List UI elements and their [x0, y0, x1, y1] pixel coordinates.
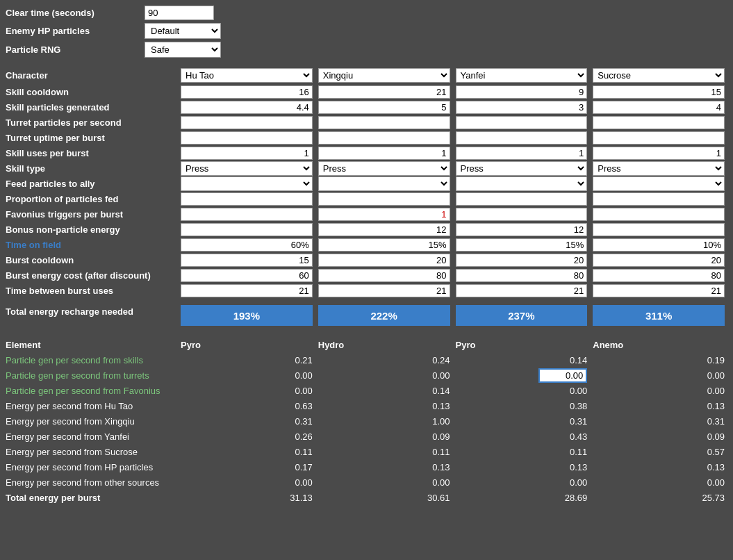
hutao-skill-uses — [181, 145, 313, 160]
favonius-label: Favonius triggers per burst — [6, 206, 178, 222]
xingqiu-time-between-input[interactable] — [318, 284, 450, 297]
hutao-skill-uses-input[interactable] — [181, 147, 313, 160]
sucrose-proportion-input[interactable] — [593, 192, 725, 206]
sucrose-skill-type-select[interactable]: PressHoldTurret — [593, 161, 725, 176]
sucrose-char-select[interactable]: Hu TaoXingqiuYanfeiSucrose — [593, 68, 725, 83]
xingqiu-skill-particles-input[interactable] — [318, 101, 450, 114]
calc-grid: Character Skill cooldown Skill particles… — [6, 66, 727, 326]
hutao-burst-cd-input[interactable] — [181, 254, 313, 267]
yanfei-burst-energy-input[interactable] — [456, 269, 588, 282]
yanfei-burst-cd-input[interactable] — [456, 254, 588, 267]
hutao-skill-particles-input[interactable] — [181, 101, 313, 114]
energy-xingqiu-row: Energy per second from Xingqiu 0.31 1.00… — [6, 413, 727, 429]
particle-rng-label: Particle RNG — [6, 44, 145, 55]
sucrose-burst-cd-input[interactable] — [593, 254, 725, 267]
particle-rng-row: Particle RNG Safe Average Unsafe — [6, 42, 727, 58]
char-col-yanfei: Hu TaoXingqiuYanfeiSucrose PressHoldTurr… — [453, 66, 591, 326]
hutao-favonius — [181, 206, 313, 222]
xingqiu-element: Hydro — [315, 337, 453, 352]
yanfei-bonus-input[interactable] — [456, 223, 588, 236]
sucrose-time-input[interactable] — [593, 238, 725, 252]
burst-energy-label: Burst energy cost (after discount) — [6, 267, 178, 283]
yanfei-time-input[interactable] — [456, 238, 588, 252]
yanfei-turret-val-input[interactable] — [538, 368, 587, 383]
sucrose-skill-particles-input[interactable] — [593, 101, 725, 114]
energy-yanfei-row: Energy per second from Yanfei 0.26 0.09 … — [6, 429, 727, 444]
sucrose-turret-uptime-input[interactable] — [593, 131, 725, 145]
total-energy-label: Total energy recharge needed — [6, 304, 178, 319]
skill-cooldown-label: Skill cooldown — [6, 84, 178, 99]
xingqiu-favonius-input[interactable] — [318, 208, 450, 221]
xingqiu-char-select[interactable]: Hu TaoXingqiuYanfeiSucrose — [318, 68, 450, 83]
particle-turrets-row: Particle gen per second from turrets 0.0… — [6, 368, 727, 383]
enemy-hp-select[interactable]: Default Low High — [145, 23, 221, 39]
burst-cooldown-label: Burst cooldown — [6, 252, 178, 267]
energy-hutao-row: Energy per second from Hu Tao 0.63 0.13 … — [6, 398, 727, 413]
xingqiu-turret-particles-input[interactable] — [318, 116, 450, 129]
sucrose-burst-energy-input[interactable] — [593, 269, 725, 282]
hutao-time-between — [181, 283, 313, 298]
xingqiu-turret-uptime-input[interactable] — [318, 131, 450, 145]
sucrose-skill-uses-input[interactable] — [593, 147, 725, 160]
particle-rng-select[interactable]: Safe Average Unsafe — [145, 42, 221, 58]
hutao-total-energy: 193% — [181, 305, 313, 326]
sucrose-turret-particles-input[interactable] — [593, 116, 725, 129]
yanfei-feed-select[interactable]: Hu TaoXingqiuYanfeiSucrose — [456, 176, 588, 191]
yanfei-skill-type-select[interactable]: PressHoldTurret — [456, 161, 588, 176]
sucrose-feed-select[interactable]: Hu TaoXingqiuYanfeiSucrose — [593, 176, 725, 191]
energy-sucrose-row: Energy per second from Sucrose 0.11 0.11… — [6, 444, 727, 459]
xingqiu-burst-energy-input[interactable] — [318, 269, 450, 282]
sucrose-time-between-input[interactable] — [593, 284, 725, 297]
hutao-char-select[interactable]: Hu TaoXingqiuYanfeiSucrose — [181, 68, 313, 83]
hutao-turret-uptime-input[interactable] — [181, 131, 313, 145]
hutao-feed-select[interactable]: Hu TaoXingqiuYanfeiSucrose — [181, 176, 313, 191]
sucrose-favonius-input[interactable] — [593, 208, 725, 221]
yanfei-proportion-input[interactable] — [456, 192, 588, 206]
hutao-burst-cd — [181, 252, 313, 267]
hutao-time-between-input[interactable] — [181, 284, 313, 297]
xingqiu-time-input[interactable] — [318, 238, 450, 252]
yanfei-element: Pyro — [453, 337, 591, 352]
xingqiu-skill-uses-input[interactable] — [318, 147, 450, 160]
bonus-energy-label: Bonus non-particle energy — [6, 222, 178, 237]
yanfei-skill-cd-input[interactable] — [456, 85, 588, 99]
yanfei-favonius-input[interactable] — [456, 208, 588, 221]
hutao-turret-particles — [181, 115, 313, 130]
yanfei-char-select[interactable]: Hu TaoXingqiuYanfeiSucrose — [456, 68, 588, 83]
xingqiu-skill-cd-input[interactable] — [318, 85, 450, 99]
hutao-skill-cd-input[interactable] — [181, 85, 313, 99]
yanfei-time-between-input[interactable] — [456, 284, 588, 297]
yanfei-skill-particles-input[interactable] — [456, 101, 588, 114]
sucrose-total-energy: 311% — [593, 305, 725, 326]
hutao-element: Pyro — [178, 337, 315, 352]
turret-uptime-label: Turret uptime per burst — [6, 130, 178, 145]
xingqiu-total-energy: 222% — [318, 305, 450, 326]
yanfei-skill-uses-input[interactable] — [456, 147, 588, 160]
energy-hp-row: Energy per second from HP particles 0.17… — [6, 459, 727, 475]
yanfei-turret-particles-input[interactable] — [456, 116, 588, 129]
xingqiu-skill-type-select[interactable]: PressHoldTurret — [318, 161, 450, 176]
hutao-skill-type-select[interactable]: PressHoldTurret — [181, 161, 313, 176]
hutao-turret-particles-input[interactable] — [181, 116, 313, 129]
sucrose-bonus-input[interactable] — [593, 223, 725, 236]
skill-particles-label: Skill particles generated — [6, 99, 178, 115]
hutao-skill-type: PressHoldTurret — [181, 160, 313, 176]
character-label: Character — [6, 66, 178, 84]
hutao-time-input[interactable] — [181, 238, 313, 252]
clear-time-row: Clear time (seconds) — [6, 6, 727, 20]
clear-time-input[interactable] — [145, 6, 214, 20]
hutao-bonus-input[interactable] — [181, 223, 313, 236]
skill-type-label: Skill type — [6, 160, 178, 176]
element-row: Element Pyro Hydro Pyro Anemo — [6, 337, 727, 352]
hutao-burst-energy-input[interactable] — [181, 269, 313, 282]
sucrose-skill-cd-input[interactable] — [593, 85, 725, 99]
hutao-proportion-fed — [181, 191, 313, 206]
xingqiu-bonus-input[interactable] — [318, 223, 450, 236]
xingqiu-proportion-input[interactable] — [318, 192, 450, 206]
hutao-proportion-input[interactable] — [181, 192, 313, 206]
yanfei-turret-uptime-input[interactable] — [456, 131, 588, 145]
xingqiu-burst-cd-input[interactable] — [318, 254, 450, 267]
xingqiu-feed-select[interactable]: Hu TaoXingqiuYanfeiSucrose — [318, 176, 450, 191]
hutao-favonius-input[interactable] — [181, 208, 313, 221]
enemy-hp-label: Enemy HP particles — [6, 26, 145, 36]
